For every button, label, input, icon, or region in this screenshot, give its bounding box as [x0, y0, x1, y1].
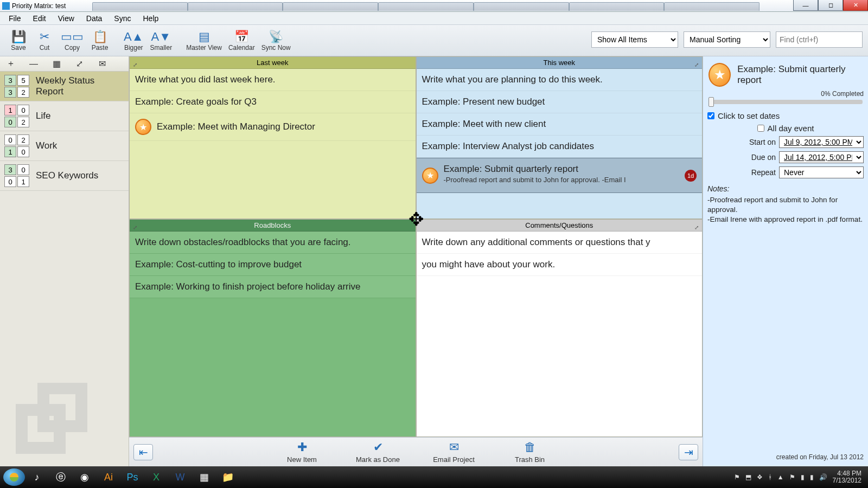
tray-icon[interactable]: ⚑	[789, 473, 795, 481]
tray-icon[interactable]: ⬒	[745, 473, 751, 481]
taskbar-app[interactable]: ⓔ	[49, 468, 73, 486]
filter-select[interactable]: Show All Items	[591, 31, 678, 48]
project-item[interactable]: 3001SEO Keywords	[0, 161, 129, 191]
quadrant-this-week[interactable]: This week⤢ Write what you are planning t…	[416, 56, 703, 219]
tab[interactable]	[474, 2, 569, 11]
quadrant-item[interactable]: Example: Create goals for Q3	[130, 91, 416, 113]
search-input[interactable]	[776, 31, 863, 48]
save-button[interactable]: 💾Save	[5, 27, 31, 55]
tray-icon[interactable]: ❖	[757, 473, 763, 481]
new-item-button[interactable]: ✚New Item	[275, 440, 329, 464]
window-title: Priority Matrix: test	[12, 2, 66, 10]
taskbar-app[interactable]: Ai	[97, 468, 120, 486]
start-button[interactable]	[3, 468, 25, 486]
close-button[interactable]: ✕	[843, 0, 868, 11]
prev-arrow-button[interactable]: ⇤	[133, 444, 153, 460]
quadrant-item[interactable]: Write what you did last week here.	[130, 69, 416, 91]
menu-sync[interactable]: Sync	[108, 13, 136, 24]
menu-edit[interactable]: Edit	[28, 13, 52, 24]
tab[interactable]	[92, 2, 188, 11]
quadrant-item[interactable]: Example: Present new budget	[417, 91, 703, 113]
tab[interactable]	[664, 2, 760, 11]
chart-button[interactable]: ⤢	[73, 59, 86, 69]
quadrant-roadblocks[interactable]: ⤢Roadblocks Write down obstacles/roadblo…	[129, 219, 416, 437]
master-view-button[interactable]: ▤Master View	[183, 27, 225, 55]
quadrant-item[interactable]: ★Example: Meet with Managing Director	[130, 113, 416, 141]
menu-file[interactable]: File	[3, 13, 27, 24]
mark-done-button[interactable]: ✔Mark as Done	[351, 440, 405, 464]
paste-button[interactable]: 📋Paste	[87, 27, 113, 55]
tray-icon[interactable]: ⚑	[734, 473, 740, 481]
due-badge: 1d	[685, 170, 697, 182]
quadrant-item[interactable]: Write down obstacles/roadblocks that you…	[130, 232, 416, 254]
tray-icon[interactable]: ▲	[777, 473, 784, 481]
toolbar: 💾Save ✂Cut ▭▭Copy 📋Paste A▲Bigger A▼Smal…	[0, 25, 868, 56]
progress-slider[interactable]	[709, 100, 863, 104]
app-logo	[0, 367, 129, 466]
remove-project-button[interactable]: —	[27, 59, 40, 69]
quadrant-title: Comments/Questions	[525, 221, 593, 229]
grid-view-button[interactable]: ▦	[50, 59, 63, 69]
tray-wifi-icon[interactable]: ▮	[810, 473, 814, 481]
tab[interactable]	[569, 2, 665, 11]
maximize-button[interactable]: ◻	[818, 0, 843, 11]
quadrant-comments[interactable]: Comments/Questions⤢ Write down any addit…	[416, 219, 703, 437]
copy-button[interactable]: ▭▭Copy	[58, 27, 87, 55]
tab[interactable]	[378, 2, 474, 11]
notes-label: Notes:	[707, 184, 864, 193]
taskbar-app[interactable]: 📁	[216, 468, 240, 486]
cut-button[interactable]: ✂Cut	[31, 27, 58, 55]
detail-title: Example: Submit quarterly report	[737, 64, 863, 86]
quadrant-item[interactable]: Write down any additional comments or qu…	[417, 232, 703, 254]
tray-clock[interactable]: 4:48 PM7/13/2012	[833, 470, 861, 484]
menu-data[interactable]: Data	[81, 13, 108, 24]
sync-button[interactable]: 📡Sync Now	[258, 27, 294, 55]
start-date-select[interactable]: Jul 9, 2012, 5:00 PM	[779, 136, 864, 148]
bigger-button[interactable]: A▲Bigger	[120, 27, 146, 55]
calendar-icon: 📅	[234, 30, 249, 44]
mail-button[interactable]: ✉	[95, 59, 108, 69]
next-arrow-button[interactable]: ⇥	[679, 444, 698, 460]
sort-select[interactable]: Manual Sorting	[684, 31, 770, 48]
menu-view[interactable]: View	[53, 13, 80, 24]
notes-body[interactable]: -Proofread report and submit to John for…	[707, 193, 864, 227]
menu-help[interactable]: Help	[137, 13, 164, 24]
taskbar-app[interactable]: ◉	[73, 468, 97, 486]
quadrant-last-week[interactable]: ⤢Last week Write what you did last week …	[129, 56, 416, 219]
taskbar-app[interactable]: W	[168, 468, 192, 486]
quadrant-item[interactable]: Example: Meet with new client	[417, 113, 703, 136]
slider-thumb[interactable]	[709, 97, 714, 107]
save-icon: 💾	[11, 30, 26, 44]
created-label: created on Friday, Jul 13 2012	[707, 451, 864, 463]
add-project-button[interactable]: ＋	[4, 58, 17, 69]
trash-icon: 🗑	[524, 440, 536, 454]
taskbar-app[interactable]: ♪	[25, 468, 49, 486]
taskbar-app[interactable]: X	[144, 468, 168, 486]
taskbar-app[interactable]: ▦	[192, 468, 216, 486]
smaller-button[interactable]: A▼Smaller	[146, 27, 175, 55]
quadrant-item[interactable]: you might have about your work.	[417, 254, 703, 276]
due-date-select[interactable]: Jul 14, 2012, 5:00 PM	[779, 151, 864, 163]
set-dates-checkbox[interactable]	[707, 112, 714, 119]
set-dates-label: Click to set dates	[718, 111, 780, 120]
taskbar-app[interactable]: Ps	[120, 468, 144, 486]
quadrant-item[interactable]: Example: Cost-cutting to improve budget	[130, 254, 416, 276]
all-day-checkbox[interactable]	[757, 125, 764, 132]
tab[interactable]	[283, 2, 378, 11]
tray-volume-icon[interactable]: 🔊	[819, 473, 827, 481]
quadrant-item[interactable]: Example: Working to finish project befor…	[130, 276, 416, 298]
quadrant-item[interactable]: Write what you are planning to do this w…	[417, 69, 703, 91]
project-item[interactable]: 0210Work	[0, 131, 129, 161]
quadrant-item[interactable]: Example: Interview Analyst job candidate…	[417, 136, 703, 158]
tray-bluetooth-icon[interactable]: ᚼ	[768, 473, 772, 481]
email-project-button[interactable]: ✉Email Project	[427, 440, 481, 464]
project-item[interactable]: 1002Life	[0, 101, 129, 131]
repeat-select[interactable]: Never	[779, 166, 864, 178]
tab[interactable]	[188, 2, 283, 11]
trash-button[interactable]: 🗑Trash Bin	[503, 440, 557, 464]
tray-battery-icon[interactable]: ▮	[801, 473, 805, 481]
calendar-button[interactable]: 📅Calendar	[225, 27, 258, 55]
project-item[interactable]: 3532Weekly Status Report	[0, 72, 129, 101]
quadrant-item[interactable]: ★Example: Submit quarterly report-Proofr…	[417, 158, 703, 193]
minimize-button[interactable]: —	[793, 0, 818, 11]
